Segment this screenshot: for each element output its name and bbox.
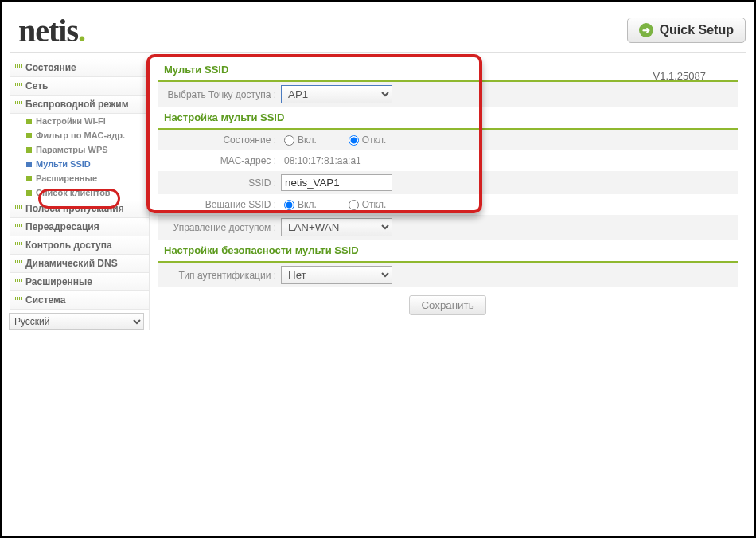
- sidebar-item-status[interactable]: Состояние: [10, 59, 149, 77]
- row-access-point: Выбрать Точку доступа : AP1: [158, 82, 738, 107]
- wizard-icon: ➜: [639, 23, 653, 37]
- sidebar-item-access-control[interactable]: Контроль доступа: [10, 236, 149, 255]
- row-ssid: SSID :: [158, 171, 738, 194]
- sidebar-item-system[interactable]: Система: [10, 291, 149, 310]
- access-mgmt-label: Управление доступом :: [158, 222, 281, 233]
- state-label: Состояние :: [158, 134, 281, 146]
- section-title-multi-ssid: Мульти SSID: [158, 59, 738, 82]
- main-content: Мульти SSID Выбрать Точку доступа : AP1 …: [150, 59, 746, 330]
- sidebar-item-mac-filter[interactable]: Фильтр по MAC-адр.: [10, 128, 149, 142]
- mac-label: MAC-адрес :: [158, 155, 281, 166]
- section-title-multi-ssid-settings: Настройка мульти SSID: [158, 107, 738, 130]
- broadcast-off-radio[interactable]: Откл.: [349, 199, 387, 210]
- sidebar: Состояние Сеть Беспроводной режим Настро…: [10, 59, 150, 330]
- header: netis. ➜ Quick Setup: [10, 9, 746, 53]
- sidebar-item-forwarding[interactable]: Переадресация: [10, 218, 149, 236]
- section-title-security: Настройки безопасности мульти SSID: [158, 240, 738, 263]
- row-state: Состояние : Вкл. Откл.: [158, 130, 738, 150]
- ssid-input[interactable]: [281, 174, 392, 191]
- sidebar-item-wps[interactable]: Параметры WPS: [10, 142, 149, 157]
- row-mac: MAC-адрес : 08:10:17:81:aa:a1: [158, 150, 738, 171]
- sidebar-item-advanced-wireless[interactable]: Расширенные: [10, 171, 149, 185]
- row-broadcast: Вещание SSID : Вкл. Откл.: [158, 194, 738, 215]
- sidebar-item-multi-ssid[interactable]: Мульти SSID: [10, 157, 149, 171]
- save-button[interactable]: Сохранить: [409, 295, 485, 315]
- auth-type-select[interactable]: Нет: [281, 266, 392, 284]
- mac-value: 08:10:17:81:aa:a1: [281, 155, 361, 166]
- access-point-select[interactable]: AP1: [281, 85, 392, 103]
- auth-label: Тип аутентификации :: [158, 270, 281, 281]
- broadcast-on-radio[interactable]: Вкл.: [284, 199, 317, 210]
- broadcast-label: Вещание SSID :: [158, 199, 281, 210]
- sidebar-item-wireless[interactable]: Беспроводной режим: [10, 96, 149, 114]
- ap-label: Выбрать Точку доступа :: [158, 89, 281, 100]
- state-off-radio[interactable]: Откл.: [349, 134, 387, 146]
- language-select[interactable]: Русский: [9, 313, 144, 330]
- ssid-label: SSID :: [158, 177, 281, 189]
- sidebar-item-bandwidth[interactable]: Полоса пропускания: [10, 200, 149, 218]
- row-auth-type: Тип аутентификации : Нет: [158, 263, 738, 287]
- row-access-mgmt: Управление доступом : LAN+WAN: [158, 215, 738, 240]
- sidebar-item-wifi-settings[interactable]: Настройки Wi-Fi: [10, 114, 149, 128]
- sidebar-item-client-list[interactable]: Список клиентов: [10, 185, 149, 200]
- sidebar-item-advanced[interactable]: Расширенные: [10, 273, 149, 291]
- logo: netis.: [18, 12, 85, 49]
- state-on-radio[interactable]: Вкл.: [284, 134, 317, 146]
- sidebar-item-ddns[interactable]: Динамический DNS: [10, 255, 149, 273]
- quick-setup-label: Quick Setup: [660, 23, 734, 37]
- quick-setup-button[interactable]: ➜ Quick Setup: [627, 18, 746, 43]
- access-mgmt-select[interactable]: LAN+WAN: [281, 218, 392, 236]
- sidebar-item-network[interactable]: Сеть: [10, 77, 149, 96]
